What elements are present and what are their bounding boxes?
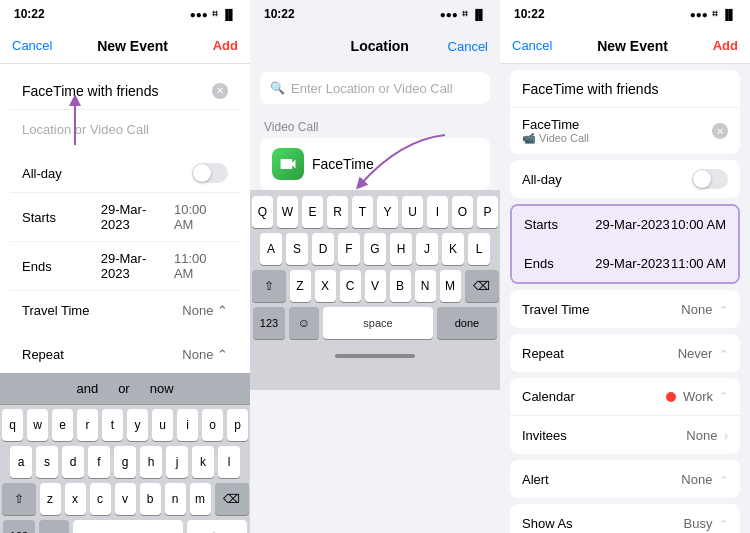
- p3-title-row[interactable]: FaceTime with friends: [510, 70, 740, 108]
- key-A[interactable]: A: [260, 233, 282, 265]
- key-emoji[interactable]: ☺: [39, 520, 69, 533]
- key-J[interactable]: J: [416, 233, 438, 265]
- key-D[interactable]: D: [312, 233, 334, 265]
- starts-row[interactable]: Starts 29-Mar-2023 10:00 AM: [10, 193, 240, 242]
- p3-calendar-row[interactable]: Calendar Work ⌃: [510, 378, 740, 416]
- p3-alert-row[interactable]: Alert None ⌃: [510, 460, 740, 498]
- key-H[interactable]: H: [390, 233, 412, 265]
- key-j[interactable]: j: [166, 446, 188, 478]
- key-N[interactable]: N: [415, 270, 436, 302]
- key-f[interactable]: f: [88, 446, 110, 478]
- key-Y[interactable]: Y: [377, 196, 398, 228]
- p3-travel-row[interactable]: Travel Time None ⌃: [510, 290, 740, 328]
- key-done[interactable]: done: [437, 307, 497, 339]
- key-V[interactable]: V: [365, 270, 386, 302]
- key-u[interactable]: u: [152, 409, 173, 441]
- add-button-3[interactable]: Add: [713, 38, 738, 53]
- key-space[interactable]: space: [73, 520, 183, 533]
- key-m[interactable]: m: [190, 483, 211, 515]
- clear-button[interactable]: ✕: [212, 83, 228, 99]
- key-X[interactable]: X: [315, 270, 336, 302]
- key-h[interactable]: h: [140, 446, 162, 478]
- key-B[interactable]: B: [390, 270, 411, 302]
- key-E[interactable]: E: [302, 196, 323, 228]
- key-Q[interactable]: Q: [252, 196, 273, 228]
- key-M[interactable]: M: [440, 270, 461, 302]
- p3-showas-value: Busy ⌃: [683, 516, 728, 531]
- status-icons-2: ●●● ⌗ ▐▌: [440, 8, 486, 20]
- key-Z[interactable]: Z: [290, 270, 311, 302]
- key-L[interactable]: L: [468, 233, 490, 265]
- key-R[interactable]: R: [327, 196, 348, 228]
- key-q[interactable]: q: [2, 409, 23, 441]
- key-O[interactable]: O: [452, 196, 473, 228]
- key-shift-2[interactable]: ⇧: [252, 270, 286, 302]
- location-search-bar[interactable]: 🔍 Enter Location or Video Call: [260, 72, 490, 104]
- key-c[interactable]: c: [90, 483, 111, 515]
- key-P[interactable]: P: [477, 196, 498, 228]
- key-123-2[interactable]: 123: [253, 307, 285, 339]
- key-U[interactable]: U: [402, 196, 423, 228]
- key-shift[interactable]: ⇧: [2, 483, 36, 515]
- key-w[interactable]: w: [27, 409, 48, 441]
- key-i[interactable]: i: [177, 409, 198, 441]
- key-G[interactable]: G: [364, 233, 386, 265]
- event-title-input[interactable]: [22, 83, 212, 99]
- p3-allday-toggle[interactable]: [692, 169, 728, 189]
- key-C[interactable]: C: [340, 270, 361, 302]
- ends-row[interactable]: Ends 29-Mar-2023 11:00 AM: [10, 242, 240, 291]
- key-p[interactable]: p: [227, 409, 248, 441]
- key-123[interactable]: 123: [3, 520, 35, 533]
- add-button-1[interactable]: Add: [213, 38, 238, 53]
- key-a[interactable]: a: [10, 446, 32, 478]
- repeat-row[interactable]: Repeat None ⌃: [10, 335, 240, 373]
- toolbar-and[interactable]: and: [76, 381, 98, 396]
- key-b[interactable]: b: [140, 483, 161, 515]
- key-e[interactable]: e: [52, 409, 73, 441]
- p3-ends-date: 29-Mar-2023: [594, 256, 671, 271]
- key-g[interactable]: g: [114, 446, 136, 478]
- key-delete[interactable]: ⌫: [215, 483, 249, 515]
- key-emoji-2[interactable]: ☺: [289, 307, 319, 339]
- allday-toggle[interactable]: [192, 163, 228, 183]
- status-bar-2: 10:22 ●●● ⌗ ▐▌: [250, 0, 500, 28]
- cancel-button-3[interactable]: Cancel: [512, 38, 552, 53]
- key-z[interactable]: z: [40, 483, 61, 515]
- facetime-row[interactable]: FaceTime: [260, 138, 490, 190]
- time-2: 10:22: [264, 7, 295, 21]
- p3-showas-row[interactable]: Show As Busy ⌃: [510, 504, 740, 533]
- toolbar-or[interactable]: or: [118, 381, 130, 396]
- p3-ends-row[interactable]: Ends 29-Mar-2023 11:00 AM: [512, 244, 738, 282]
- toolbar-now[interactable]: now: [150, 381, 174, 396]
- nav-title-1: New Event: [97, 38, 168, 54]
- key-K[interactable]: K: [442, 233, 464, 265]
- key-t[interactable]: t: [102, 409, 123, 441]
- key-l[interactable]: l: [218, 446, 240, 478]
- key-r[interactable]: r: [77, 409, 98, 441]
- key-W[interactable]: W: [277, 196, 298, 228]
- key-v[interactable]: v: [115, 483, 136, 515]
- key-o[interactable]: o: [202, 409, 223, 441]
- key-x[interactable]: x: [65, 483, 86, 515]
- key-space-2[interactable]: space: [323, 307, 433, 339]
- key-n[interactable]: n: [165, 483, 186, 515]
- key-S[interactable]: S: [286, 233, 308, 265]
- location-row[interactable]: Location or Video Call: [10, 110, 240, 148]
- key-T[interactable]: T: [352, 196, 373, 228]
- key-s[interactable]: s: [36, 446, 58, 478]
- p3-location-row[interactable]: FaceTime 📹 Video Call ✕: [510, 108, 740, 154]
- cancel-button-1[interactable]: Cancel: [12, 38, 52, 53]
- p3-invitees-row[interactable]: Invitees None ›: [510, 416, 740, 454]
- key-y[interactable]: y: [127, 409, 148, 441]
- key-d[interactable]: d: [62, 446, 84, 478]
- p3-clear-button[interactable]: ✕: [712, 123, 728, 139]
- key-delete-2[interactable]: ⌫: [465, 270, 499, 302]
- p3-starts-row[interactable]: Starts 29-Mar-2023 10:00 AM: [512, 206, 738, 244]
- key-F[interactable]: F: [338, 233, 360, 265]
- cancel-button-2[interactable]: Cancel: [448, 39, 488, 54]
- travel-row[interactable]: Travel Time None ⌃: [10, 291, 240, 329]
- key-I[interactable]: I: [427, 196, 448, 228]
- key-return[interactable]: return: [187, 520, 247, 533]
- p3-repeat-row[interactable]: Repeat Never ⌃: [510, 334, 740, 372]
- key-k[interactable]: k: [192, 446, 214, 478]
